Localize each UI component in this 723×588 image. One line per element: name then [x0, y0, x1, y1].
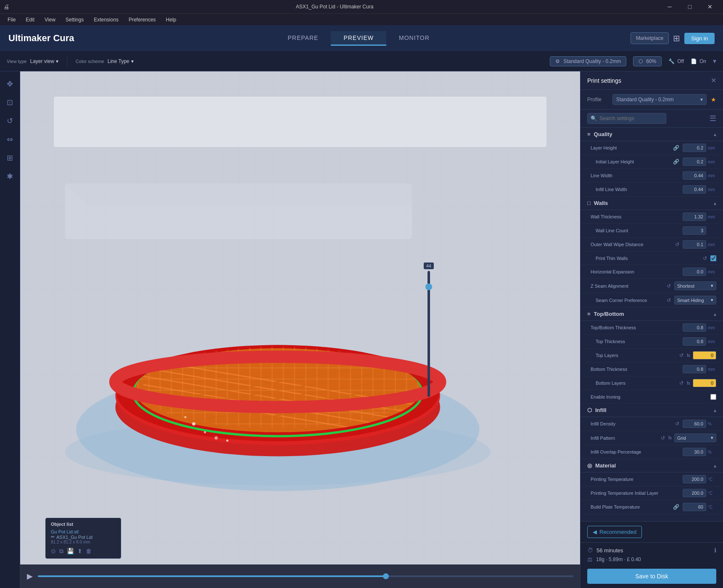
- seam-corner-dropdown[interactable]: Smart Hiding ▾: [674, 296, 716, 304]
- edit-icon[interactable]: ✏: [51, 534, 55, 540]
- supports-toggle[interactable]: 🔧 Off: [668, 58, 684, 64]
- layer-scrubber[interactable]: [38, 575, 573, 577]
- view-type-label: View type: [7, 59, 27, 64]
- bottom-thickness-input[interactable]: [683, 365, 706, 373]
- settings-menu-icon[interactable]: ☰: [710, 114, 716, 123]
- menu-file[interactable]: File: [3, 16, 20, 24]
- menu-settings[interactable]: Settings: [61, 16, 88, 24]
- color-scheme-chevron-icon: ▾: [131, 58, 134, 64]
- estimate-info-icon[interactable]: ℹ: [714, 547, 716, 554]
- bottom-layers-input[interactable]: [693, 379, 716, 387]
- infill-overlap-input[interactable]: [683, 448, 706, 456]
- marketplace-button[interactable]: Marketplace: [631, 32, 669, 44]
- layer-height-link-icon[interactable]: 🔗: [673, 145, 679, 151]
- profile-select[interactable]: Standard Quality - 0.2mm ▾: [612, 94, 707, 105]
- recommended-chevron-left-icon: ◀: [593, 529, 597, 535]
- horizontal-expansion-input[interactable]: [683, 268, 706, 276]
- minimize-button[interactable]: ─: [660, 0, 679, 13]
- object-home-icon[interactable]: ⊙: [51, 548, 56, 555]
- infill-pattern-dropdown[interactable]: Grid ▾: [674, 433, 716, 442]
- close-button[interactable]: ✕: [700, 0, 720, 13]
- object-delete-icon[interactable]: 🗑: [86, 548, 92, 555]
- line-width-input[interactable]: [683, 171, 706, 180]
- wall-line-count-label: Wall Line Count: [596, 228, 683, 233]
- outer-wall-wipe-reset-icon[interactable]: ↺: [675, 242, 679, 247]
- print-temp-input[interactable]: [683, 475, 706, 483]
- recommended-button[interactable]: ◀ Recommended: [587, 526, 642, 538]
- tab-prepare[interactable]: PREPARE: [275, 31, 331, 46]
- search-wrapper: 🔍: [587, 113, 706, 124]
- tab-monitor[interactable]: MONITOR: [386, 31, 442, 46]
- menu-help[interactable]: Help: [162, 16, 181, 24]
- sidebar-support-icon[interactable]: ✱: [3, 169, 18, 184]
- search-input[interactable]: [587, 113, 666, 124]
- panel-close-button[interactable]: ✕: [711, 76, 716, 84]
- layer-slider-thumb[interactable]: [425, 284, 432, 290]
- adhesion-toggle[interactable]: 📄 On: [691, 58, 706, 64]
- seam-corner-reset-icon[interactable]: ↺: [667, 297, 671, 303]
- quality-chevron-icon: [714, 131, 716, 137]
- menu-edit[interactable]: Edit: [21, 16, 39, 24]
- object-save-icon[interactable]: 💾: [67, 548, 74, 555]
- z-seam-chevron-icon: ▾: [711, 283, 713, 289]
- object-export-icon[interactable]: ⬆: [77, 548, 82, 555]
- infill-line-width-value-group: mm: [683, 185, 716, 194]
- apps-icon[interactable]: ⊞: [673, 33, 680, 43]
- sidebar-rotate-icon[interactable]: ↺: [3, 113, 18, 129]
- infill-pattern-reset-icon[interactable]: ↺: [661, 435, 665, 441]
- maximize-button[interactable]: □: [680, 0, 699, 13]
- print-temp-initial-input[interactable]: [683, 489, 706, 497]
- initial-layer-height-link-icon[interactable]: 🔗: [673, 159, 679, 165]
- topbottom-section-header[interactable]: ≡ Top/Bottom: [581, 307, 723, 321]
- tab-preview[interactable]: PREVIEW: [331, 31, 386, 46]
- favorite-icon[interactable]: ★: [711, 96, 716, 103]
- print-thin-walls-reset-icon[interactable]: ↺: [703, 255, 707, 261]
- outer-wall-wipe-input[interactable]: [683, 240, 706, 249]
- view-type-select[interactable]: Layer view ▾: [30, 58, 58, 64]
- bottom-layers-reset-icon[interactable]: ↺: [679, 380, 683, 386]
- layer-slider-track[interactable]: [427, 271, 430, 397]
- window-controls: ─ □ ✕: [660, 0, 720, 13]
- wall-line-count-input[interactable]: [683, 226, 706, 235]
- menu-view[interactable]: View: [40, 16, 60, 24]
- top-layers-input[interactable]: [693, 351, 716, 360]
- play-button[interactable]: ▶: [27, 572, 33, 581]
- print-thin-walls-checkbox[interactable]: [710, 255, 716, 261]
- save-to-disk-button[interactable]: Save to Disk: [587, 569, 716, 584]
- scrubber-thumb[interactable]: [383, 573, 389, 579]
- sidebar-mirror-icon[interactable]: ⇔: [3, 132, 18, 147]
- build-plate-temp-link-icon[interactable]: 🔗: [673, 504, 679, 510]
- build-plate-temp-input[interactable]: [683, 503, 706, 511]
- object-copy-icon[interactable]: ⧉: [59, 548, 63, 555]
- top-thickness-input[interactable]: [683, 337, 706, 346]
- infill-badge[interactable]: ⬡ 60%: [633, 56, 662, 66]
- menu-preferences[interactable]: Preferences: [124, 16, 160, 24]
- layer-height-input[interactable]: [683, 144, 706, 152]
- infill-line-width-input[interactable]: [683, 185, 706, 194]
- quality-section-header[interactable]: ≡ Quality: [581, 128, 723, 141]
- wall-thickness-input[interactable]: [683, 213, 706, 221]
- window-title: ASX1_Gu Pot Lid - Ultimaker Cura: [9, 4, 660, 10]
- material-section-header[interactable]: ◎ Material: [581, 459, 723, 472]
- infill-density-input[interactable]: [683, 420, 706, 428]
- sidebar-move-icon[interactable]: ✥: [3, 76, 18, 92]
- z-seam-reset-icon[interactable]: ↺: [667, 283, 671, 289]
- infill-density-reset-icon[interactable]: ↺: [675, 421, 679, 427]
- enable-ironing-checkbox[interactable]: [710, 394, 716, 400]
- walls-section-header[interactable]: □ Walls: [581, 197, 723, 210]
- topbottom-thickness-input[interactable]: [683, 323, 706, 332]
- menu-extensions[interactable]: Extensions: [90, 16, 123, 24]
- sidebar-permodel-icon[interactable]: ⊞: [3, 150, 18, 165]
- quality-badge[interactable]: ⚙ Standard Quality - 0.2mm: [550, 56, 626, 66]
- print-temp-initial-value-group: °C: [683, 489, 716, 497]
- infill-section-header[interactable]: ⬡ Infill: [581, 404, 723, 417]
- initial-layer-height-input[interactable]: [683, 158, 706, 166]
- viewport[interactable]: 44 Object list Gu Pot Lid.stl ✏ ASX1_Gu …: [20, 71, 580, 588]
- signin-button[interactable]: Sign in: [684, 33, 715, 44]
- view-type-group: View type Layer view ▾: [7, 58, 58, 64]
- z-seam-dropdown[interactable]: Shortest ▾: [674, 281, 716, 290]
- layer-slider[interactable]: 44: [424, 262, 434, 397]
- top-layers-reset-icon[interactable]: ↺: [679, 352, 683, 358]
- sidebar-scale-icon[interactable]: ⊡: [3, 95, 18, 110]
- color-scheme-select[interactable]: Line Type ▾: [108, 58, 134, 64]
